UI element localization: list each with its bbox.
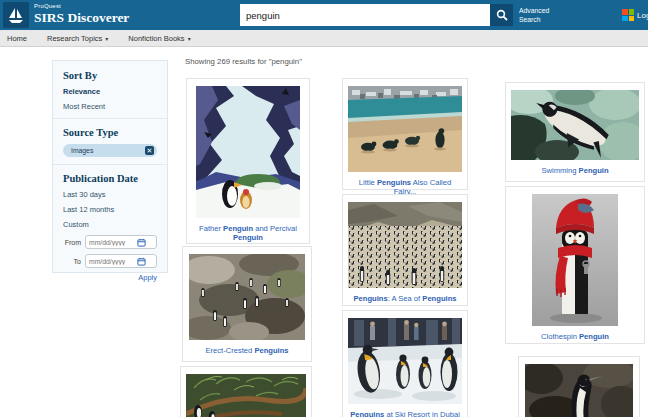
source-type-heading: Source Type: [63, 127, 157, 138]
chevron-down-icon: ▾: [105, 35, 108, 42]
nav-item-research-topics[interactable]: Research Topics ▾: [37, 30, 118, 46]
sort-option-most-recent[interactable]: Most Recent: [63, 102, 157, 111]
result-caption[interactable]: Erect-Crested Penguins: [205, 346, 288, 355]
microsoft-logo-icon: [622, 9, 634, 21]
result-card-ski-resort[interactable]: Penguins at Ski Resort in Dubai: [342, 310, 468, 417]
result-caption[interactable]: Clothespin Penguin: [541, 332, 609, 341]
to-label: To: [63, 258, 81, 265]
search-button[interactable]: [490, 4, 513, 26]
results-summary: Showing 269 results for "penguin": [185, 57, 302, 66]
result-card-little-penguins[interactable]: Little Penguins Also Called Fairy...: [342, 78, 468, 190]
to-date-field: [85, 254, 157, 268]
sailboat-icon: [7, 6, 25, 24]
result-image-forest-penguins: [186, 374, 306, 417]
calendar-icon[interactable]: [137, 257, 146, 266]
nav-item-home[interactable]: Home: [0, 30, 37, 46]
result-image-little-penguins: [348, 86, 462, 172]
result-image-ski-resort: [348, 318, 462, 404]
result-image-erect-crested: [189, 254, 305, 340]
result-card-forest-penguins[interactable]: [180, 366, 312, 417]
pubdate-option-last-12-months[interactable]: Last 12 months: [63, 205, 157, 214]
close-icon[interactable]: ✕: [145, 146, 154, 155]
publication-date-heading: Publication Date: [63, 173, 157, 184]
pubdate-option-custom[interactable]: Custom: [63, 220, 157, 229]
search-input[interactable]: [240, 4, 490, 26]
result-card-erect-crested[interactable]: Erect-Crested Penguins: [182, 246, 312, 362]
to-date-input[interactable]: [89, 258, 137, 265]
result-card-galapagos-penguin[interactable]: [518, 356, 640, 417]
result-caption[interactable]: Penguins: A Sea of Penguins: [354, 294, 457, 303]
result-image-clothespin-penguin: [532, 194, 618, 326]
sort-by-heading: Sort By: [63, 70, 157, 81]
login-label: Log In: [637, 11, 648, 20]
result-image-penguin-colony: [348, 202, 462, 288]
result-caption[interactable]: Penguins at Ski Resort in Dubai: [350, 410, 460, 417]
brand-proquest: ProQuest: [34, 3, 129, 9]
chevron-down-icon: ▾: [188, 35, 191, 42]
result-card-penguin-colony[interactable]: Penguins: A Sea of Penguins: [342, 194, 468, 306]
proquest-logo[interactable]: [3, 2, 29, 28]
from-date-field: [85, 235, 157, 249]
source-type-chip-images: Images ✕: [63, 144, 157, 157]
result-image-father-penguin: [196, 86, 300, 218]
nav-item-nonfiction-books[interactable]: Nonfiction Books ▾: [118, 30, 200, 46]
pubdate-option-last-30-days[interactable]: Last 30 days: [63, 190, 157, 199]
main-nav: Home Research Topics ▾ Nonfiction Books …: [0, 30, 648, 47]
brand-block[interactable]: ProQuest SIRS Discoverer: [34, 3, 129, 26]
sirs-discoverer-page: ProQuest SIRS Discoverer Advanced Search…: [0, 0, 648, 417]
divider: [53, 118, 167, 119]
brand-sirs-discoverer: SIRS Discoverer: [34, 10, 129, 26]
result-card-clothespin-penguin[interactable]: Clothespin Penguin: [505, 186, 645, 344]
divider: [53, 164, 167, 165]
search-icon: [496, 9, 508, 21]
top-header-bar: ProQuest SIRS Discoverer Advanced Search…: [0, 0, 648, 30]
from-date-input[interactable]: [89, 239, 137, 246]
result-image-galapagos-penguin: [525, 364, 633, 417]
search-bar: [240, 4, 513, 26]
sort-option-relevance[interactable]: Relevance: [63, 87, 157, 96]
date-to-row: To: [63, 254, 157, 268]
result-image-swimming-penguin: [511, 90, 639, 160]
result-card-swimming-penguin[interactable]: Swimming Penguin: [505, 82, 645, 182]
calendar-icon[interactable]: [137, 238, 146, 247]
result-caption[interactable]: Father Penguin and Percival Penguin: [193, 224, 303, 243]
apply-button[interactable]: Apply: [63, 273, 157, 282]
from-label: From: [63, 239, 81, 246]
result-card-father-penguin[interactable]: Father Penguin and Percival Penguin: [186, 78, 310, 244]
advanced-search-link[interactable]: Advanced Search: [519, 6, 549, 24]
filters-sidebar: Sort By Relevance Most Recent Source Typ…: [52, 60, 168, 273]
chip-label: Images: [71, 147, 93, 154]
result-caption[interactable]: Swimming Penguin: [541, 166, 608, 175]
login-button[interactable]: Log In: [622, 9, 648, 21]
date-from-row: From: [63, 235, 157, 249]
